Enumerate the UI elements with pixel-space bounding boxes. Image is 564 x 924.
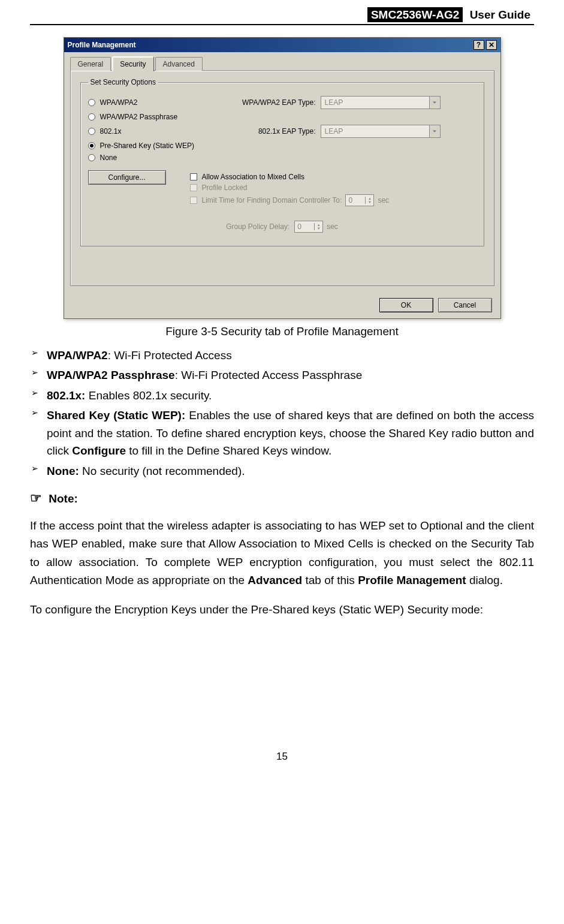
list-item: WPA/WPA2: Wi-Fi Protected Access xyxy=(47,347,534,364)
tab-strip: General Security Advanced xyxy=(70,56,494,71)
8021x-eap-type-label: 802.1x EAP Type: xyxy=(226,127,316,136)
radio-wpa[interactable] xyxy=(88,99,95,106)
wpa-eap-type-combo[interactable]: LEAP xyxy=(321,96,441,109)
checkbox-profile-locked xyxy=(190,184,197,191)
close-button[interactable]: ✕ xyxy=(486,40,497,50)
group-legend: Set Security Options xyxy=(88,78,158,86)
tab-panel-security: Set Security Options WPA/WPA2 WPA/WPA2 E… xyxy=(70,70,494,286)
wpa-eap-type-value: LEAP xyxy=(321,98,429,107)
list-item: None: No security (not recommended). xyxy=(47,462,534,480)
list-item: Shared Key (Static WEP): Enables the use… xyxy=(47,407,534,459)
dialog-title: Profile Management xyxy=(68,41,472,49)
dialog-button-row: OK Cancel xyxy=(64,292,500,318)
spinner-icon: ▲▼ xyxy=(314,223,322,230)
group-policy-delay-input: 0 ▲▼ xyxy=(294,221,323,233)
tab-general[interactable]: General xyxy=(70,57,111,71)
radio-none[interactable] xyxy=(88,154,95,161)
8021x-eap-type-value: LEAP xyxy=(321,127,429,136)
checkbox-limit-time xyxy=(190,197,197,204)
page-number: 15 xyxy=(30,751,534,763)
dialog-titlebar: Profile Management ? ✕ xyxy=(64,38,500,52)
checkbox-profile-locked-label: Profile Locked xyxy=(202,183,248,192)
figure-caption: Figure 3-5 Security tab of Profile Manag… xyxy=(30,325,534,338)
radio-preshared-key[interactable] xyxy=(88,142,95,149)
checkbox-mixed-cells[interactable] xyxy=(190,173,197,180)
checkbox-mixed-cells-label: Allow Association to Mixed Cells xyxy=(202,173,304,181)
body-paragraph: To configure the Encryption Keys under t… xyxy=(30,601,534,619)
list-item: 802.1x: Enables 802.1x security. xyxy=(47,387,534,404)
radio-wpa-passphrase-label: WPA/WPA2 Passphrase xyxy=(100,113,226,121)
radio-8021x[interactable] xyxy=(88,128,95,135)
doc-title: User Guide xyxy=(466,7,534,22)
configure-button[interactable]: Configure... xyxy=(88,170,166,185)
radio-preshared-key-label: Pre-Shared Key (Static WEP) xyxy=(100,142,226,150)
bullet-list: WPA/WPA2: Wi-Fi Protected Access WPA/WPA… xyxy=(30,347,534,480)
radio-wpa-label: WPA/WPA2 xyxy=(100,98,226,107)
chevron-down-icon xyxy=(429,97,440,109)
ok-button[interactable]: OK xyxy=(379,298,433,312)
radio-8021x-label: 802.1x xyxy=(100,127,226,136)
radio-none-label: None xyxy=(100,154,226,162)
8021x-eap-type-combo[interactable]: LEAP xyxy=(321,125,441,138)
tab-advanced[interactable]: Advanced xyxy=(155,57,203,71)
wpa-eap-type-label: WPA/WPA2 EAP Type: xyxy=(226,98,316,107)
tab-security[interactable]: Security xyxy=(112,56,153,71)
list-item: WPA/WPA2 Passphrase: Wi-Fi Protected Acc… xyxy=(47,366,534,384)
pointing-hand-icon: ☞ xyxy=(30,490,42,505)
note-paragraph: If the access point that the wireless ad… xyxy=(30,517,534,590)
security-options-group: Set Security Options WPA/WPA2 WPA/WPA2 E… xyxy=(80,78,484,246)
header-rule xyxy=(30,24,534,25)
profile-management-dialog: Profile Management ? ✕ General Security … xyxy=(64,37,501,319)
checkbox-limit-time-label: Limit Time for Finding Domain Controller… xyxy=(202,196,342,204)
group-policy-delay-label: Group Policy Delay: xyxy=(226,222,289,231)
product-name: SMC2536W-AG2 xyxy=(367,7,463,22)
radio-wpa-passphrase[interactable] xyxy=(88,113,95,121)
cancel-button[interactable]: Cancel xyxy=(438,298,492,312)
help-button[interactable]: ? xyxy=(473,40,484,50)
limit-time-input: 0 ▲▼ xyxy=(345,194,374,206)
spinner-icon: ▲▼ xyxy=(365,197,373,204)
limit-time-unit: sec xyxy=(378,196,389,204)
page-header: SMC2536W-AG2 User Guide xyxy=(30,0,534,24)
chevron-down-icon xyxy=(429,125,440,137)
group-policy-delay-unit: sec xyxy=(327,222,338,231)
note-heading: ☞ Note: xyxy=(30,490,534,506)
